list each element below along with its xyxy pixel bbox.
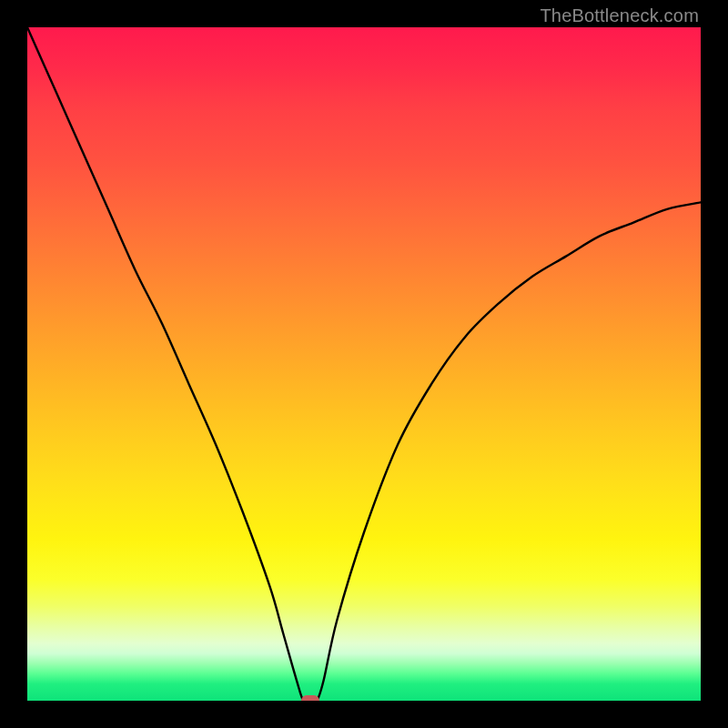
optimal-marker — [301, 695, 319, 701]
curve-svg — [27, 27, 701, 701]
chart-frame: TheBottleneck.com — [0, 0, 728, 728]
plot-area — [27, 27, 701, 701]
watermark-text: TheBottleneck.com — [540, 5, 699, 26]
bottleneck-curve-path — [27, 27, 701, 701]
